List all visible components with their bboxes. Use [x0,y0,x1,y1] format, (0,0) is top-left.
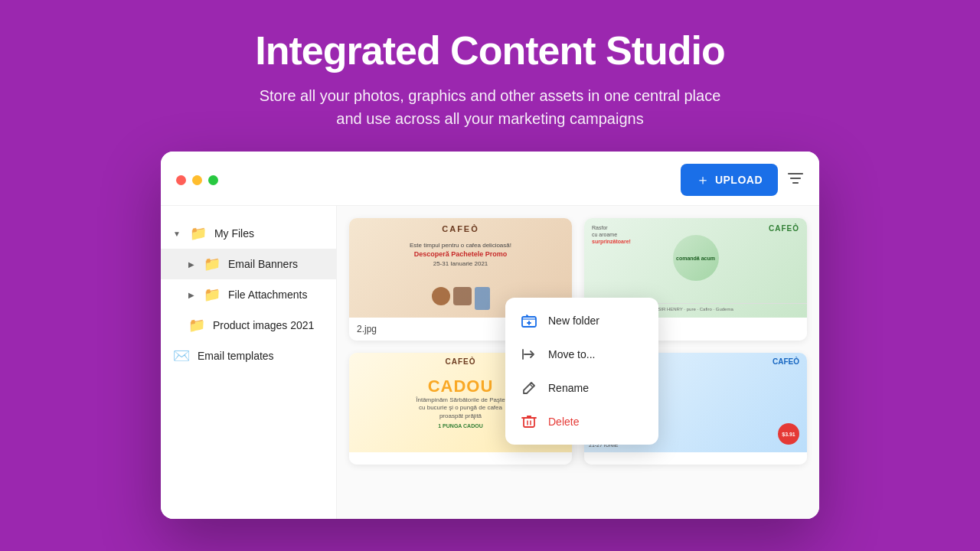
titlebar: ＋ UPLOAD [161,152,819,206]
folder-plus-icon [521,312,537,329]
grid-label-4 [584,452,807,465]
sidebar-label-file-attachments: File Attachments [228,289,308,301]
titlebar-actions: ＋ UPLOAD [681,164,804,196]
sidebar-item-my-files[interactable]: ▼ 📁 My Files [161,218,336,249]
content-area: CAFEÒ Este timpul pentru o cafea delicio… [337,206,819,519]
menu-item-rename[interactable]: Rename [505,371,658,405]
sidebar-label-product-images: Product images 2021 [213,319,314,331]
sidebar-label-my-files: My Files [214,227,254,240]
minimize-button[interactable] [192,175,202,185]
menu-item-new-folder[interactable]: New folder [505,304,658,337]
email-icon: ✉️ [173,347,190,364]
trash-icon [521,413,537,430]
sidebar-item-email-templates[interactable]: ✉️ Email templates [161,341,336,371]
traffic-lights [176,175,218,185]
menu-item-delete[interactable]: Delete [505,405,658,439]
move-icon [521,346,537,363]
pencil-icon [521,380,537,396]
hero-section: Integrated Content Studio Store all your… [240,0,740,152]
app-window: ＋ UPLOAD ▼ 📁 My Files ▶ 📁 [161,152,819,519]
chevron-right-icon: ▶ [188,260,194,269]
context-menu: New folder Move to... [505,298,658,445]
svg-rect-7 [524,418,534,427]
menu-label-new-folder: New folder [548,315,599,327]
plus-icon: ＋ [696,171,710,189]
filter-icon[interactable] [787,171,804,189]
hero-title: Integrated Content Studio [255,28,724,73]
sidebar-label-email-banners: Email Banners [228,258,298,270]
chevron-down-icon: ▼ [173,230,181,238]
folder-icon: 📁 [190,225,207,242]
sidebar: ▼ 📁 My Files ▶ 📁 Email Banners ▶ 📁 File … [161,206,337,519]
menu-label-rename: Rename [548,382,589,394]
close-button[interactable] [176,175,186,185]
chevron-right-icon: ▶ [188,291,194,299]
sidebar-item-file-attachments[interactable]: ▶ 📁 File Attachments [161,279,336,310]
menu-label-delete: Delete [548,416,579,428]
upload-button[interactable]: ＋ UPLOAD [681,164,778,196]
maximize-button[interactable] [208,175,218,185]
folder-icon: 📁 [204,286,220,303]
main-area: ▼ 📁 My Files ▶ 📁 Email Banners ▶ 📁 File … [161,206,819,519]
upload-label: UPLOAD [715,174,763,186]
folder-icon: 📁 [204,256,220,272]
grid-label-3 [349,452,572,465]
menu-label-move-to: Move to... [548,348,595,360]
sidebar-item-email-banners[interactable]: ▶ 📁 Email Banners [161,249,336,279]
menu-item-move-to[interactable]: Move to... [505,337,658,371]
sidebar-label-email-templates: Email templates [198,350,274,362]
hero-subtitle: Store all your photos, graphics and othe… [255,84,724,130]
folder-icon: 📁 [188,317,205,334]
sidebar-item-product-images[interactable]: 📁 Product images 2021 [161,310,336,341]
filename-1: 2.jpg [357,324,377,334]
